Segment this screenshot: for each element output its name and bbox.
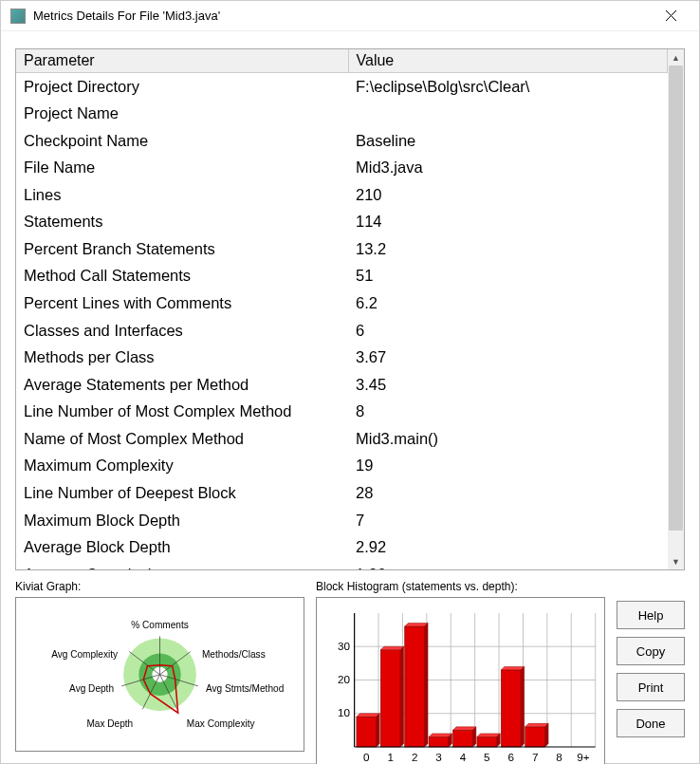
svg-marker-35 [525, 723, 548, 726]
cell-parameter: Maximum Complexity [16, 453, 348, 480]
cell-value: 8 [348, 399, 668, 426]
table-row[interactable]: Average Block Depth2.92 [16, 534, 668, 562]
vertical-scrollbar[interactable]: ▲ ▼ [668, 49, 684, 569]
close-button[interactable] [652, 3, 690, 29]
cell-parameter: Checkpoint Name [16, 127, 348, 155]
cell-parameter: Line Number of Deepest Block [16, 479, 348, 507]
x-tick-label: 1 [387, 751, 393, 763]
cell-value: 7 [348, 507, 668, 534]
table-row[interactable]: Name of Most Complex MethodMid3.main() [16, 425, 668, 453]
table-row[interactable]: Line Number of Deepest Block28 [16, 479, 668, 507]
window-title: Metrics Details For File 'Mid3.java' [33, 9, 652, 23]
kiviat-axis-label: Max Complexity [187, 718, 256, 729]
cell-parameter: Project Name [16, 101, 348, 128]
table-row[interactable]: Checkpoint NameBaseline [16, 127, 668, 155]
cell-value [348, 101, 668, 128]
x-tick-label: 9+ [577, 751, 589, 763]
table-row[interactable]: Lines210 [16, 181, 668, 209]
table-row[interactable]: Classes and Interfaces6 [16, 317, 668, 345]
svg-marker-34 [521, 666, 524, 747]
kiviat-label: Kiviat Graph: [15, 580, 304, 593]
cell-parameter: Average Block Depth [16, 534, 348, 562]
titlebar: Metrics Details For File 'Mid3.java' [1, 1, 699, 31]
table-row[interactable]: Average Statements per Method3.45 [16, 371, 668, 399]
cell-parameter: Maximum Block Depth [16, 507, 348, 534]
scroll-thumb[interactable] [669, 65, 683, 531]
table-row[interactable]: Percent Lines with Comments6.2 [16, 290, 668, 318]
scroll-up-arrow-icon[interactable]: ▲ [668, 49, 684, 65]
kiviat-axis-label: Avg Complexity [51, 649, 119, 660]
kiviat-graph: % Comments Methods/Class Avg Stmts/Metho… [15, 597, 304, 752]
kiviat-axis-label: Methods/Class [202, 649, 266, 660]
cell-parameter: File Name [16, 155, 348, 182]
svg-marker-31 [477, 734, 500, 736]
kiviat-axis-label: Avg Stmts/Method [206, 683, 284, 694]
app-icon [10, 9, 26, 24]
histogram-bar [380, 650, 400, 747]
histogram-chart: 1020300123456789+ [317, 598, 604, 764]
svg-marker-23 [380, 646, 403, 649]
cell-value: 51 [348, 263, 668, 290]
histogram-bar [357, 717, 377, 747]
cell-value: F:\eclipse\Bolg\src\Clear\ [348, 73, 668, 101]
cell-parameter: Statements [16, 209, 348, 236]
svg-marker-24 [400, 646, 403, 747]
cell-value: 114 [348, 209, 668, 236]
table-row[interactable]: Maximum Block Depth7 [16, 507, 668, 534]
table-row[interactable]: File NameMid3.java [16, 155, 668, 182]
cell-parameter: Percent Lines with Comments [16, 290, 348, 318]
header-parameter[interactable]: Parameter [16, 49, 348, 73]
scroll-down-arrow-icon[interactable]: ▼ [668, 553, 684, 569]
cell-parameter: Classes and Interfaces [16, 317, 348, 345]
table-header-row: Parameter Value [16, 49, 668, 73]
done-button[interactable]: Done [617, 709, 685, 737]
kiviat-panel: Kiviat Graph: [15, 580, 304, 751]
cell-value: 6 [348, 317, 668, 345]
histogram-bar [477, 736, 497, 747]
cell-value: Mid3.main() [348, 425, 668, 453]
metrics-table: Parameter Value Project DirectoryF:\ecli… [16, 49, 668, 569]
table-row[interactable]: Maximum Complexity19 [16, 453, 668, 480]
metrics-table-container: Parameter Value Project DirectoryF:\ecli… [15, 48, 685, 570]
cell-value: 28 [348, 479, 668, 507]
table-row[interactable]: Percent Branch Statements13.2 [16, 235, 668, 263]
x-tick-label: 2 [412, 751, 417, 763]
x-tick-label: 3 [435, 751, 441, 763]
histogram-bar [501, 670, 521, 747]
cell-value: 3.67 [348, 345, 668, 372]
histogram-label: Block Histogram (statements vs. depth): [316, 580, 605, 593]
table-row[interactable]: Project DirectoryF:\eclipse\Bolg\src\Cle… [16, 73, 668, 101]
header-value[interactable]: Value [348, 49, 668, 73]
svg-marker-21 [357, 714, 379, 717]
svg-marker-26 [425, 624, 428, 747]
cell-parameter: Average Statements per Method [16, 371, 348, 399]
help-button[interactable]: Help [617, 601, 685, 629]
print-button[interactable]: Print [617, 673, 685, 701]
cell-value: Mid3.java [348, 155, 668, 182]
cell-value: 13.2 [348, 235, 668, 263]
svg-marker-30 [472, 727, 475, 747]
histogram-panel: Block Histogram (statements vs. depth): … [316, 580, 605, 751]
cell-value: 3.45 [348, 371, 668, 399]
table-row[interactable]: Average Complexity1.90 [16, 561, 668, 569]
table-row[interactable]: Method Call Statements51 [16, 263, 668, 290]
cell-value: 19 [348, 453, 668, 480]
table-row[interactable]: Project Name [16, 101, 668, 128]
cell-value: 2.92 [348, 534, 668, 562]
svg-marker-25 [405, 624, 428, 626]
table-row[interactable]: Statements114 [16, 209, 668, 236]
copy-button[interactable]: Copy [617, 637, 685, 665]
kiviat-axis-label: % Comments [131, 620, 189, 630]
cell-value: 210 [348, 181, 668, 209]
cell-value: 6.2 [348, 290, 668, 318]
table-row[interactable]: Methods per Class3.67 [16, 345, 668, 372]
svg-marker-29 [453, 727, 476, 730]
svg-marker-22 [377, 714, 379, 747]
table-row[interactable]: Line Number of Most Complex Method8 [16, 399, 668, 426]
cell-value: Baseline [348, 127, 668, 155]
histogram-bar [525, 727, 545, 747]
x-tick-label: 7 [532, 751, 538, 763]
cell-parameter: Methods per Class [16, 345, 348, 372]
histogram-bar [453, 730, 473, 747]
kiviat-axis-label: Max Depth [86, 718, 133, 729]
